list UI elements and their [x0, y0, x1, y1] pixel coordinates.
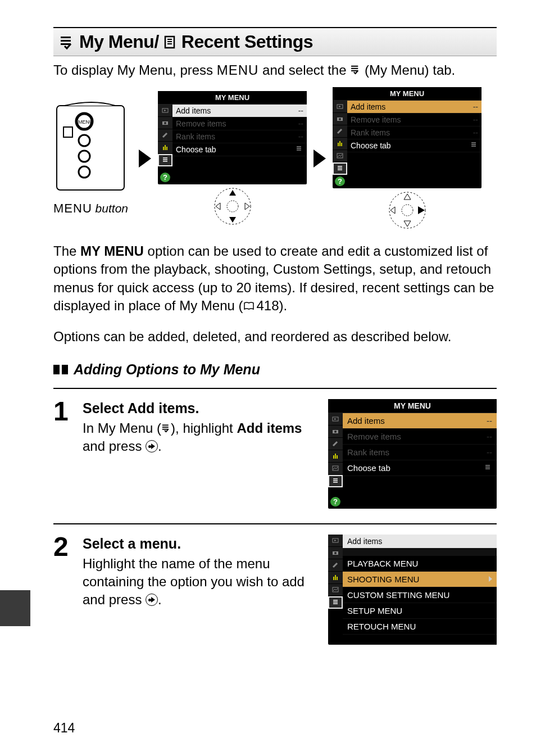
row-playback-menu: PLAYBACK MENU: [343, 556, 497, 572]
p1-rest-b: ).: [279, 298, 288, 313]
row-label: Choose tab: [347, 463, 390, 473]
multiselector-right-icon: [146, 594, 158, 606]
recent-icon: [163, 34, 177, 50]
para-options-desc: Options can be added, deleted, and reord…: [53, 328, 497, 346]
tab-custom-icon: [328, 438, 343, 450]
row-add-items: Add items--: [172, 105, 307, 117]
tab-retouch-icon: [328, 463, 343, 475]
row-label: Add items: [351, 102, 385, 111]
row-choose-tab: Choose tab: [343, 460, 497, 476]
row-custom-setting-menu: CUSTOM SETTING MENU: [343, 587, 497, 603]
row-choose-tab: Choose tab: [172, 143, 307, 156]
svg-rect-0: [61, 37, 71, 38]
tab-playback-icon: [328, 535, 343, 547]
row-label: Rank items: [176, 132, 215, 141]
row-choose-tab: Choose tab: [347, 139, 482, 152]
svg-rect-58: [333, 478, 338, 479]
row-value: --: [473, 102, 478, 111]
row-label: Choose tab: [176, 145, 216, 154]
svg-rect-63: [485, 468, 490, 469]
row-remove-items: Remove items--: [343, 429, 497, 445]
row-value: --: [473, 128, 478, 137]
tab-shooting-icon: [158, 117, 172, 129]
svg-marker-65: [334, 540, 337, 541]
row-label: Rank items: [347, 447, 389, 457]
tab-shooting-icon: [328, 425, 343, 438]
page-ref: 418: [243, 297, 279, 315]
screen-header: MY MENU: [328, 399, 497, 413]
step-1: 1 Select Add items. In My Menu (), highl…: [53, 388, 497, 523]
mymenu-small-icon: [484, 463, 492, 473]
row-label: Rank items: [351, 128, 390, 137]
svg-rect-22: [163, 159, 167, 160]
dpad-right-icon: [388, 191, 427, 230]
help-icon: ?: [330, 497, 340, 507]
row-label: SHOOTING MENU: [347, 574, 419, 584]
svg-marker-34: [339, 106, 341, 107]
svg-rect-71: [333, 603, 338, 604]
row-label: PLAYBACK MENU: [347, 559, 418, 568]
mymenu-icon-inline: [350, 64, 361, 75]
row-value: --: [298, 132, 303, 141]
row-value: --: [487, 447, 492, 457]
tab-retouch-icon: [333, 150, 347, 162]
tab-setup-icon: [158, 142, 172, 154]
row-rank-items: Rank items--: [172, 130, 307, 143]
intro-mid: and select the: [258, 62, 350, 78]
svg-rect-38: [338, 166, 342, 167]
row-remove-items: Remove items--: [347, 114, 482, 126]
svg-point-15: [79, 166, 90, 178]
svg-rect-69: [333, 600, 338, 601]
svg-point-45: [402, 205, 413, 216]
help-icon: ?: [160, 173, 170, 183]
step2-screen: Add items PLAYBACK MENU SHOOTING MENU CU…: [328, 535, 497, 645]
screen-header: MY MENU: [158, 91, 307, 105]
step-desc: In My Menu (), highlight Add items and p…: [83, 419, 318, 456]
row-label: CUSTOM SETTING MENU: [347, 590, 449, 600]
s1-pre: In My Menu (: [83, 420, 161, 436]
menu-button-caption: MENU button: [53, 201, 132, 216]
para-mymenu-desc: The MY MENU option can be used to create…: [53, 242, 497, 315]
page-ref-num: 418: [257, 297, 279, 315]
svg-marker-54: [334, 418, 337, 420]
tab-shooting-icon: [333, 113, 347, 125]
mymenu-icon-inline: [161, 423, 171, 433]
svg-point-14: [79, 151, 90, 162]
step-title: Select Add items.: [83, 399, 318, 418]
row-value: --: [473, 115, 478, 124]
svg-rect-39: [338, 168, 342, 169]
dpad-icon: [213, 187, 252, 226]
arrow-right-icon: [314, 150, 326, 168]
row-label: RETOUCH MENU: [347, 622, 416, 631]
subhead-marker-icon: [53, 365, 68, 374]
svg-rect-40: [338, 169, 342, 170]
s1-bold: Add items: [237, 420, 302, 436]
s1-post: and press: [83, 438, 146, 454]
svg-rect-25: [297, 148, 301, 149]
tab-playback-icon: [158, 105, 172, 117]
intro-pre: To display My Menu, press: [53, 62, 217, 78]
tab-setup-icon: [328, 572, 343, 584]
tab-mymenu-icon: [328, 475, 343, 487]
row-label: Remove items: [351, 115, 401, 124]
intro-post: (My Menu) tab.: [361, 62, 455, 78]
help-icon: ?: [335, 176, 345, 187]
subhead-adding-options: Adding Options to My Menu: [53, 361, 497, 378]
row-rank-items: Rank items--: [347, 126, 482, 139]
row-setup-menu: SETUP MENU: [343, 603, 497, 619]
row-label: Choose tab: [351, 141, 391, 150]
svg-rect-61: [485, 465, 490, 466]
row-retouch-menu: RETOUCH MENU: [343, 619, 497, 635]
svg-rect-59: [333, 480, 338, 481]
tab-playback-icon: [328, 413, 343, 425]
svg-point-36: [339, 118, 341, 120]
svg-rect-70: [333, 601, 338, 603]
row-value: --: [298, 119, 303, 128]
figure-screen-2: MY MENU ? Add items-- Remove it: [333, 87, 482, 230]
svg-point-28: [227, 201, 238, 212]
tab-custom-icon: [333, 125, 347, 138]
s1-end: .: [158, 438, 162, 454]
tab-custom-icon: [328, 559, 343, 572]
svg-point-56: [334, 431, 337, 433]
step1-screen: MY MENU ?: [328, 399, 497, 509]
